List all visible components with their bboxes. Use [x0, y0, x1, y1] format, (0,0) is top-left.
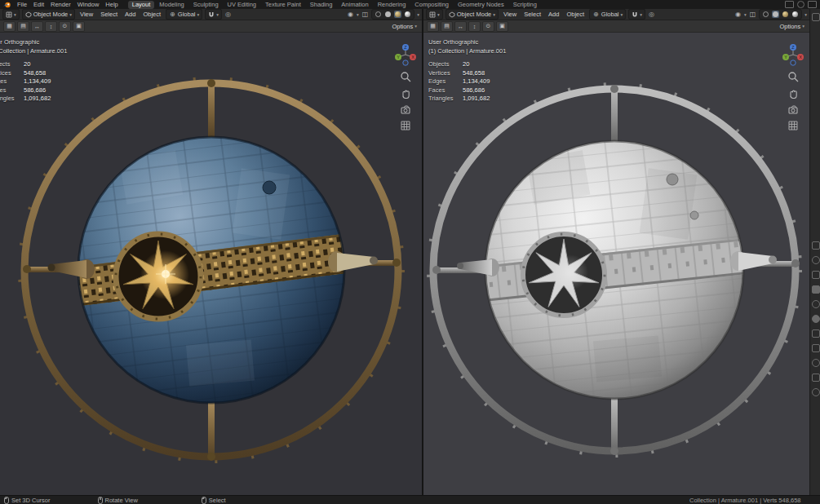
tool-settings-button[interactable]: ↕ — [45, 21, 57, 32]
scene-selector-icon[interactable] — [785, 1, 794, 8]
properties-tab-object-icon[interactable] — [812, 329, 820, 338]
shading-wireframe-button[interactable] — [762, 11, 769, 18]
workspace-tab-animation[interactable]: Animation — [337, 1, 372, 9]
shading-rendered-button[interactable] — [791, 11, 799, 18]
snapping-dropdown[interactable]: ▾ — [205, 9, 222, 20]
workspace-tab-compositing[interactable]: Compositing — [410, 1, 453, 9]
transform-orientation-dropdown[interactable]: ⊕ Global ▾ — [589, 9, 626, 20]
workspace-tab-texture-paint[interactable]: Texture Paint — [261, 1, 305, 9]
tool-settings-button[interactable]: ▦ — [427, 21, 439, 32]
menu-object[interactable]: Object — [140, 11, 163, 18]
options-dropdown[interactable]: Options ▾ — [779, 23, 806, 30]
xray-toggle-icon[interactable]: ◫ — [361, 10, 370, 19]
horn-left[interactable] — [48, 259, 95, 279]
tool-settings-button[interactable]: ↕ — [468, 21, 481, 32]
perspective-grid-icon[interactable] — [399, 119, 412, 132]
workspace-tab-sculpting[interactable]: Sculpting — [189, 1, 223, 9]
magnet-icon — [208, 11, 215, 18]
porthole[interactable] — [523, 234, 605, 316]
properties-tab-constraints-icon[interactable] — [812, 374, 820, 382]
camera-view-icon[interactable] — [787, 103, 800, 116]
shading-solid-button[interactable] — [384, 11, 392, 18]
wireframe-icon — [763, 11, 769, 17]
workspace-tab-rendering[interactable]: Rendering — [374, 1, 410, 9]
snapping-dropdown[interactable]: ▾ — [628, 9, 645, 20]
mode-dropdown[interactable]: Object Mode ▾ — [22, 9, 75, 20]
menu-help[interactable]: Help — [102, 0, 121, 9]
options-dropdown[interactable]: Options ▾ — [392, 23, 419, 30]
menu-edit[interactable]: Edit — [30, 0, 47, 9]
tool-settings-button[interactable]: ↔ — [454, 21, 467, 32]
object-mode-icon — [25, 11, 32, 18]
viewport-left-nav-gizmos: Z X Y — [393, 42, 418, 132]
viewport-left-canvas[interactable]: User Orthographic (1) Collection | Armat… — [0, 33, 422, 495]
tool-settings-button[interactable]: ▣ — [496, 21, 508, 32]
tool-settings-button[interactable]: ▤ — [17, 21, 29, 32]
move-view-hand-icon[interactable] — [787, 86, 800, 99]
properties-tab-world-icon[interactable] — [812, 315, 820, 323]
transform-orientation-dropdown[interactable]: ⊕ Global ▾ — [166, 9, 202, 20]
proportional-editing-icon[interactable]: ◎ — [648, 10, 655, 19]
move-view-hand-icon[interactable] — [399, 86, 412, 99]
tool-settings-button[interactable]: ↔ — [31, 21, 43, 32]
workspace-tab-scripting[interactable]: Scripting — [509, 1, 541, 9]
workspace-tab-geometry-nodes[interactable]: Geometry Nodes — [454, 1, 508, 9]
view-layer-icon[interactable] — [797, 1, 804, 8]
menu-object[interactable]: Object — [564, 11, 587, 18]
properties-tab-view-layer-icon[interactable] — [812, 285, 820, 294]
horn-right[interactable] — [328, 251, 378, 272]
axis-gizmo[interactable]: Z X Y — [393, 42, 418, 67]
tool-settings-button[interactable]: ▤ — [441, 21, 453, 32]
shading-wireframe-button[interactable] — [375, 11, 382, 18]
workspace-tab-layout[interactable]: Layout — [128, 1, 155, 9]
menu-window[interactable]: Window — [74, 0, 103, 9]
workspace-tab-shading[interactable]: Shading — [306, 1, 337, 9]
shading-material-button[interactable] — [394, 11, 401, 18]
workspace-tab-uv-editing[interactable]: UV Editing — [224, 1, 260, 9]
blender-logo-icon[interactable] — [3, 2, 11, 8]
menu-view[interactable]: View — [501, 11, 519, 18]
menu-file[interactable]: File — [14, 0, 30, 9]
zoom-icon[interactable] — [399, 70, 412, 83]
menu-render[interactable]: Render — [47, 0, 74, 9]
overlays-icon[interactable]: ◉ — [734, 10, 742, 19]
editor-type-dropdown[interactable]: ▾ — [2, 9, 20, 20]
shading-rendered-button[interactable] — [404, 11, 411, 18]
porthole[interactable] — [116, 234, 201, 319]
menu-select[interactable]: Select — [98, 11, 120, 18]
stat-value: 548,658 — [24, 69, 46, 77]
menu-view[interactable]: View — [78, 11, 95, 18]
properties-tab-physics-icon[interactable] — [812, 359, 820, 367]
proportional-editing-icon[interactable]: ◎ — [224, 10, 232, 19]
axis-gizmo[interactable]: Z X Y — [781, 42, 805, 67]
properties-tab-output-icon[interactable] — [812, 271, 820, 279]
properties-tab-render-icon[interactable] — [812, 256, 820, 264]
workspace-tab-modeling[interactable]: Modeling — [155, 1, 188, 9]
xray-toggle-icon[interactable]: ◫ — [749, 10, 757, 19]
render-display-icon[interactable] — [808, 1, 817, 8]
perspective-grid-icon[interactable] — [787, 119, 800, 132]
horn-right[interactable] — [730, 251, 777, 271]
properties-tab-data-icon[interactable] — [812, 388, 820, 396]
zoom-icon[interactable] — [787, 70, 800, 83]
horn-left[interactable] — [457, 259, 499, 276]
viewport-right-canvas[interactable]: User Orthographic (1) Collection | Armat… — [423, 33, 809, 495]
menu-add[interactable]: Add — [122, 11, 138, 18]
properties-tab-scene-icon[interactable] — [812, 300, 820, 308]
menu-select[interactable]: Select — [521, 11, 543, 18]
tool-settings-button[interactable]: ▣ — [73, 21, 85, 32]
editor-type-dropdown[interactable]: ▾ — [426, 9, 443, 20]
shading-material-button[interactable] — [782, 11, 789, 18]
mode-dropdown[interactable]: Object Mode ▾ — [445, 9, 499, 20]
properties-tab-tool-icon[interactable] — [812, 241, 820, 250]
menu-add[interactable]: Add — [546, 11, 561, 18]
editor-type-icon[interactable] — [812, 13, 820, 21]
tool-settings-button[interactable]: ▦ — [3, 21, 16, 32]
tool-settings-button[interactable]: ⊙ — [482, 21, 494, 32]
viewport-splitter[interactable] — [422, 9, 423, 495]
camera-view-icon[interactable] — [399, 103, 412, 116]
shading-solid-button[interactable] — [772, 11, 779, 18]
overlays-icon[interactable]: ◉ — [347, 10, 354, 19]
properties-tab-modifiers-icon[interactable] — [812, 344, 820, 352]
tool-settings-button[interactable]: ⊙ — [59, 21, 71, 32]
